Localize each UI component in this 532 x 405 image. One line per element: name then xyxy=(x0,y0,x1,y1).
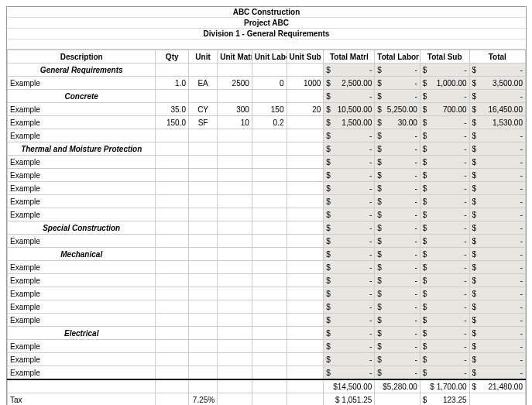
cell[interactable]: 20 xyxy=(287,103,324,116)
cell[interactable] xyxy=(156,314,189,327)
cell[interactable] xyxy=(252,287,287,300)
cell[interactable] xyxy=(188,156,217,169)
cell[interactable]: 150 xyxy=(252,103,287,116)
cell[interactable]: 35.0 xyxy=(156,103,189,116)
cell[interactable] xyxy=(156,248,189,261)
cell[interactable] xyxy=(287,156,324,169)
cell[interactable] xyxy=(252,142,287,156)
cell[interactable] xyxy=(252,248,287,261)
cell[interactable]: CY xyxy=(188,103,217,116)
cell[interactable] xyxy=(218,340,252,353)
cell[interactable]: Example xyxy=(8,287,156,300)
cell[interactable]: 0.2 xyxy=(252,116,287,129)
cell[interactable] xyxy=(218,274,252,287)
cell[interactable] xyxy=(252,182,287,195)
cell[interactable] xyxy=(287,261,324,274)
cell[interactable] xyxy=(252,235,287,248)
cell[interactable]: Example xyxy=(8,77,156,90)
cell[interactable] xyxy=(252,63,287,77)
cell[interactable] xyxy=(188,287,217,300)
cell[interactable] xyxy=(156,63,189,77)
cell[interactable] xyxy=(287,366,324,380)
cell[interactable] xyxy=(287,327,324,340)
cell[interactable] xyxy=(252,366,287,380)
cell[interactable] xyxy=(188,221,217,235)
cell[interactable] xyxy=(287,314,324,327)
cell[interactable] xyxy=(156,90,189,103)
cell[interactable] xyxy=(218,235,252,248)
cell[interactable]: 150.0 xyxy=(156,116,189,129)
cell[interactable] xyxy=(188,314,217,327)
cell[interactable] xyxy=(252,156,287,169)
cell[interactable] xyxy=(218,287,252,300)
cell[interactable] xyxy=(218,195,252,208)
cell[interactable] xyxy=(252,90,287,103)
cell[interactable] xyxy=(156,340,189,353)
cell[interactable] xyxy=(188,300,217,314)
cell[interactable] xyxy=(218,90,252,103)
cell[interactable] xyxy=(287,195,324,208)
cell[interactable] xyxy=(252,195,287,208)
cell[interactable] xyxy=(252,300,287,314)
cell[interactable]: Example xyxy=(8,116,156,129)
cell[interactable] xyxy=(218,182,252,195)
tax-pct[interactable]: 7.25% xyxy=(188,393,217,406)
cell[interactable] xyxy=(287,248,324,261)
cell[interactable] xyxy=(218,63,252,77)
cell[interactable]: EA xyxy=(188,77,217,90)
cell[interactable]: Example xyxy=(8,353,156,366)
cell[interactable] xyxy=(218,221,252,235)
cell[interactable] xyxy=(252,261,287,274)
cell[interactable]: Example xyxy=(8,366,156,380)
cell[interactable] xyxy=(287,182,324,195)
cell[interactable]: Example xyxy=(8,103,156,116)
cell[interactable]: Example xyxy=(8,208,156,221)
cell[interactable] xyxy=(287,90,324,103)
cell[interactable] xyxy=(218,169,252,182)
cell[interactable] xyxy=(218,261,252,274)
cell[interactable] xyxy=(287,353,324,366)
cell[interactable] xyxy=(188,274,217,287)
cell[interactable] xyxy=(188,235,217,248)
cell[interactable] xyxy=(218,129,252,142)
cell[interactable] xyxy=(156,235,189,248)
cell[interactable] xyxy=(188,195,217,208)
cell[interactable] xyxy=(287,116,324,129)
cell[interactable] xyxy=(156,274,189,287)
cell[interactable] xyxy=(218,314,252,327)
cell[interactable]: Example xyxy=(8,300,156,314)
cell[interactable] xyxy=(252,129,287,142)
cell[interactable] xyxy=(188,90,217,103)
cell[interactable] xyxy=(188,208,217,221)
cell[interactable] xyxy=(188,248,217,261)
cell[interactable] xyxy=(156,208,189,221)
cell[interactable] xyxy=(287,208,324,221)
cell[interactable] xyxy=(287,300,324,314)
cell[interactable] xyxy=(156,195,189,208)
cell[interactable] xyxy=(252,208,287,221)
cell[interactable] xyxy=(287,287,324,300)
cell[interactable] xyxy=(188,366,217,380)
cell[interactable] xyxy=(188,129,217,142)
cell[interactable] xyxy=(287,169,324,182)
cell[interactable] xyxy=(287,129,324,142)
cell[interactable] xyxy=(156,287,189,300)
cell[interactable]: SF xyxy=(188,116,217,129)
cell[interactable] xyxy=(287,235,324,248)
cell[interactable] xyxy=(287,221,324,235)
cell[interactable] xyxy=(188,353,217,366)
cell[interactable] xyxy=(156,142,189,156)
cell[interactable] xyxy=(218,366,252,380)
cell[interactable]: Example xyxy=(8,235,156,248)
cell[interactable]: 0 xyxy=(252,77,287,90)
cell[interactable] xyxy=(252,340,287,353)
cell[interactable] xyxy=(218,156,252,169)
cell[interactable]: 1.0 xyxy=(156,77,189,90)
cell[interactable] xyxy=(218,142,252,156)
cell[interactable]: Example xyxy=(8,314,156,327)
cell[interactable] xyxy=(156,182,189,195)
cell[interactable]: Example xyxy=(8,156,156,169)
cell[interactable] xyxy=(252,274,287,287)
cell[interactable] xyxy=(188,327,217,340)
cell[interactable]: Example xyxy=(8,129,156,142)
